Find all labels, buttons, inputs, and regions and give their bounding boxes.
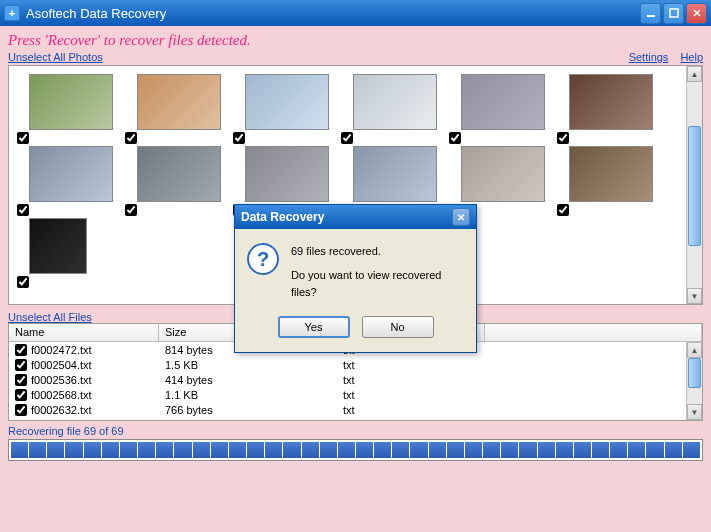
- file-name: f0002568.txt: [31, 389, 92, 401]
- progress-segment: [302, 442, 319, 458]
- dialog-titlebar: Data Recovery ✕: [235, 205, 476, 229]
- file-name: f0002536.txt: [31, 374, 92, 386]
- scroll-down-icon[interactable]: ▼: [687, 288, 702, 304]
- photo-item[interactable]: [337, 72, 445, 144]
- scroll-up-icon[interactable]: ▲: [687, 66, 702, 82]
- photo-item[interactable]: [553, 72, 661, 144]
- progress-segment: [229, 442, 246, 458]
- photo-thumbnail[interactable]: [29, 74, 113, 130]
- photo-thumbnail[interactable]: [137, 146, 221, 202]
- photo-checkbox[interactable]: [17, 276, 29, 288]
- photo-thumbnail[interactable]: [461, 146, 545, 202]
- progress-segment: [646, 442, 663, 458]
- photo-scrollbar[interactable]: ▲ ▼: [686, 66, 702, 304]
- progress-segment: [193, 442, 210, 458]
- no-button[interactable]: No: [362, 316, 434, 338]
- photo-item[interactable]: [121, 144, 229, 216]
- recovery-dialog: Data Recovery ✕ ? 69 files recovered. Do…: [234, 204, 477, 353]
- close-button[interactable]: [686, 3, 707, 24]
- file-ext: txt: [337, 389, 485, 401]
- table-row[interactable]: f0002504.txt1.5 KBtxt: [9, 357, 702, 372]
- progress-segment: [65, 442, 82, 458]
- file-ext: txt: [337, 404, 485, 416]
- unselect-photos-link[interactable]: Unselect All Photos: [8, 51, 103, 63]
- file-checkbox[interactable]: [15, 344, 27, 356]
- yes-button[interactable]: Yes: [278, 316, 350, 338]
- photo-item[interactable]: [13, 216, 121, 288]
- scroll-thumb[interactable]: [688, 126, 701, 246]
- unselect-files-link[interactable]: Unselect All Files: [8, 311, 92, 323]
- progress-segment: [283, 442, 300, 458]
- scroll-down-icon[interactable]: ▼: [687, 404, 702, 420]
- progress-bar: [8, 439, 703, 461]
- help-link[interactable]: Help: [680, 51, 703, 63]
- titlebar: + Asoftech Data Recovery: [0, 0, 711, 26]
- progress-segment: [465, 442, 482, 458]
- progress-segment: [519, 442, 536, 458]
- progress-segment: [265, 442, 282, 458]
- progress-segment: [374, 442, 391, 458]
- file-checkbox[interactable]: [15, 374, 27, 386]
- progress-segment: [338, 442, 355, 458]
- progress-segment: [410, 442, 427, 458]
- photo-thumbnail[interactable]: [245, 146, 329, 202]
- scroll-thumb[interactable]: [688, 358, 701, 388]
- file-name: f0002504.txt: [31, 359, 92, 371]
- progress-segment: [483, 442, 500, 458]
- progress-segment: [174, 442, 191, 458]
- settings-link[interactable]: Settings: [629, 51, 669, 63]
- dialog-message: 69 files recovered. Do you want to view …: [291, 243, 464, 302]
- file-scrollbar[interactable]: ▲ ▼: [686, 342, 702, 420]
- file-ext: txt: [337, 359, 485, 371]
- progress-segment: [211, 442, 228, 458]
- progress-segment: [11, 442, 28, 458]
- col-header-blank: [485, 324, 702, 341]
- minimize-button[interactable]: [640, 3, 661, 24]
- table-row[interactable]: f0002632.txt766 bytestxt: [9, 402, 702, 417]
- photo-thumbnail[interactable]: [245, 74, 329, 130]
- progress-segment: [356, 442, 373, 458]
- photo-thumbnail[interactable]: [461, 74, 545, 130]
- progress-segment: [138, 442, 155, 458]
- progress-segment: [556, 442, 573, 458]
- photo-item[interactable]: [121, 72, 229, 144]
- photo-checkbox[interactable]: [449, 132, 461, 144]
- photo-checkbox[interactable]: [557, 132, 569, 144]
- photo-thumbnail[interactable]: [29, 146, 113, 202]
- photo-item[interactable]: [445, 72, 553, 144]
- photo-item[interactable]: [229, 72, 337, 144]
- file-checkbox[interactable]: [15, 389, 27, 401]
- photo-item[interactable]: [13, 144, 121, 216]
- photo-checkbox[interactable]: [557, 204, 569, 216]
- file-size: 414 bytes: [159, 374, 337, 386]
- photo-item[interactable]: [553, 144, 661, 216]
- dialog-close-button[interactable]: ✕: [452, 208, 470, 226]
- file-size: 766 bytes: [159, 404, 337, 416]
- photo-thumbnail[interactable]: [569, 74, 653, 130]
- table-row[interactable]: f0002568.txt1.1 KBtxt: [9, 387, 702, 402]
- maximize-button[interactable]: [663, 3, 684, 24]
- file-name: f0002472.txt: [31, 344, 92, 356]
- file-checkbox[interactable]: [15, 404, 27, 416]
- photo-thumbnail[interactable]: [569, 146, 653, 202]
- photo-thumbnail[interactable]: [353, 146, 437, 202]
- scroll-up-icon[interactable]: ▲: [687, 342, 702, 358]
- photo-checkbox[interactable]: [125, 132, 137, 144]
- photo-thumbnail[interactable]: [29, 218, 87, 274]
- window-title: Asoftech Data Recovery: [26, 6, 638, 21]
- file-name: f0002632.txt: [31, 404, 92, 416]
- photo-checkbox[interactable]: [341, 132, 353, 144]
- table-row[interactable]: f0002536.txt414 bytestxt: [9, 372, 702, 387]
- dialog-title-text: Data Recovery: [241, 210, 324, 224]
- progress-segment: [392, 442, 409, 458]
- photo-checkbox[interactable]: [233, 132, 245, 144]
- photo-checkbox[interactable]: [17, 132, 29, 144]
- photo-checkbox[interactable]: [17, 204, 29, 216]
- photo-thumbnail[interactable]: [353, 74, 437, 130]
- photo-item[interactable]: [13, 72, 121, 144]
- col-header-name[interactable]: Name: [9, 324, 159, 341]
- photo-checkbox[interactable]: [125, 204, 137, 216]
- file-checkbox[interactable]: [15, 359, 27, 371]
- photo-thumbnail[interactable]: [137, 74, 221, 130]
- status-text: Recovering file 69 of 69: [8, 425, 703, 437]
